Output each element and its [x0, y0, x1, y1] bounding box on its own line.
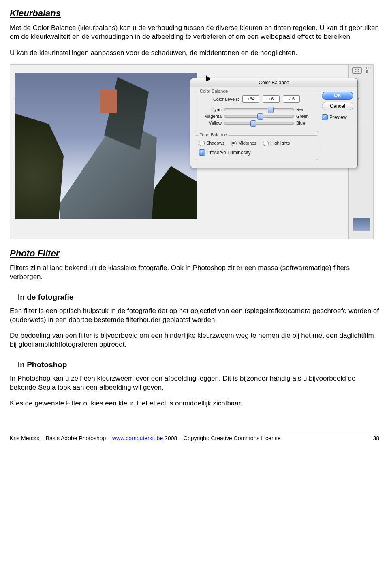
paragraph: De bedoeling van een filter is bijvoorbe… — [10, 331, 379, 349]
footer-text: Kris Merckx – Basis Adobe Photoshop – — [10, 435, 112, 441]
footer-link[interactable]: www.computerkit.be — [112, 435, 163, 441]
preserve-luminosity-checkbox[interactable] — [199, 149, 205, 156]
preserve-luminosity-label: Preserve Luminosity — [207, 150, 251, 156]
slider-thumb[interactable] — [268, 107, 274, 113]
slider-track[interactable] — [224, 122, 294, 125]
ok-button[interactable]: OK — [322, 92, 353, 100]
tone-label: Midtones — [238, 141, 256, 145]
group-label: Color Balance — [198, 89, 229, 94]
slider-thumb[interactable] — [250, 120, 256, 127]
section-title-kleurbalans: Kleurbalans — [10, 8, 379, 19]
group-tone-balance: Tone Balance Shadows Midtones Highlights… — [194, 135, 318, 160]
page-footer: Kris Merckx – Basis Adobe Photoshop – ww… — [10, 432, 379, 441]
paragraph: Filters zijn al lang bekend uit de klass… — [10, 264, 379, 281]
preview-label: Preview — [329, 115, 347, 120]
slider-label-right: Red — [296, 107, 314, 112]
tone-label: Shadows — [206, 141, 224, 145]
page-number: 38 — [373, 435, 379, 441]
footer-text: 2008 – Copyright: Creative Commons Licen… — [163, 435, 280, 441]
slider-label-left: Magenta — [199, 114, 222, 119]
slider-thumb[interactable] — [257, 113, 263, 120]
subheading-photoshop: In Photoshop — [18, 360, 379, 369]
color-balance-dialog: Color Balance Color Balance Color Levels… — [190, 78, 358, 168]
slider-row: YellowBlue — [199, 121, 314, 126]
color-levels-label: Color Levels: — [213, 97, 239, 102]
screenshot-figure: G : B : 0K/1 ge to e Sh opt Ch Color Bal… — [10, 64, 374, 239]
paragraph: Met de Color Balance (kleurbalans) kan u… — [10, 23, 379, 41]
cancel-button[interactable]: Cancel — [322, 102, 353, 110]
slider-label-left: Yellow — [199, 121, 222, 126]
dialog-title: Color Balance — [190, 78, 357, 87]
slider-row: MagentaGreen — [199, 114, 314, 119]
group-label: Tone Balance — [198, 132, 229, 137]
tone-label: Highlights — [270, 141, 290, 145]
slider-track[interactable] — [224, 108, 294, 111]
tone-midtones[interactable]: Midtones — [231, 141, 256, 146]
info-gb: G : B : — [366, 66, 371, 74]
slider-row: CyanRed — [199, 107, 314, 112]
preview-checkbox[interactable] — [322, 114, 328, 120]
thumbnail-chip — [353, 218, 370, 231]
subheading-fotografie: In de fotografie — [18, 293, 379, 302]
level-input-2[interactable]: +6 — [263, 95, 280, 103]
slider-label-left: Cyan — [199, 107, 222, 112]
section-title-photofilter: Photo Filter — [10, 248, 379, 259]
tone-highlights[interactable]: Highlights — [263, 141, 290, 146]
paragraph: Een filter is een optisch hulpstuk in de… — [10, 307, 379, 324]
paragraph: U kan de kleurinstellingen aanpassen voo… — [10, 49, 379, 58]
level-input-3[interactable]: -16 — [283, 95, 300, 103]
example-photo — [15, 73, 197, 219]
visibility-icon — [352, 67, 362, 74]
tone-shadows[interactable]: Shadows — [199, 141, 224, 146]
slider-track[interactable] — [224, 115, 294, 118]
group-color-balance: Color Balance Color Levels: +34 +6 -16 C… — [194, 92, 318, 132]
slider-label-right: Blue — [296, 121, 314, 126]
paragraph: Kies de gewenste Filter of kies een kleu… — [10, 399, 379, 408]
level-input-1[interactable]: +34 — [242, 95, 259, 103]
paragraph: In Photoshop kan u zelf een kleurzweem o… — [10, 374, 379, 392]
slider-label-right: Green — [296, 114, 314, 119]
